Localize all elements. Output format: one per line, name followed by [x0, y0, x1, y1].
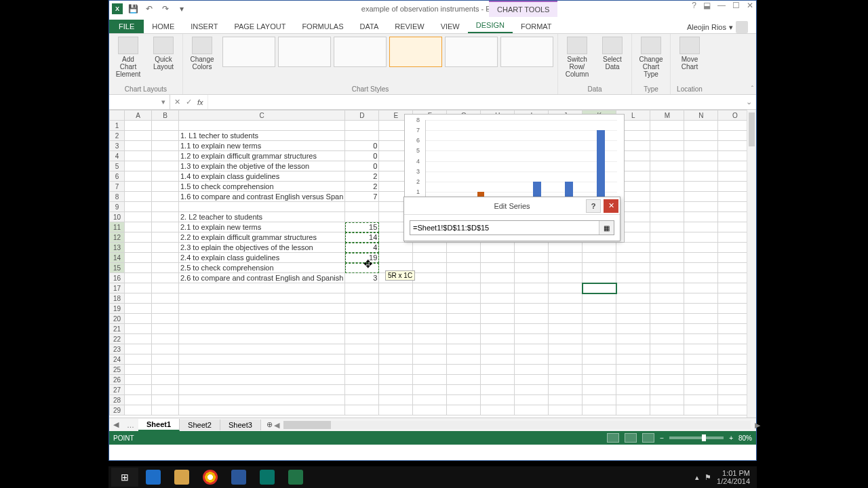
view-page-layout-icon[interactable]	[625, 433, 637, 443]
sheet-nav-prev[interactable]: ◀	[109, 420, 123, 429]
horizontal-scrollbar[interactable]: ◀▶	[283, 421, 751, 429]
cell-J21[interactable]	[549, 324, 583, 334]
cell-N16[interactable]	[684, 273, 718, 283]
tab-data[interactable]: DATA	[352, 20, 387, 33]
collapse-ribbon-icon[interactable]: ˆ	[751, 85, 753, 93]
cell-A4[interactable]	[125, 151, 152, 161]
cell-C13[interactable]: 2.3 to eplain the objectives of the less…	[179, 243, 345, 253]
cell-L14[interactable]	[616, 253, 650, 263]
cell-D25[interactable]	[345, 365, 379, 375]
taskbar-word[interactable]	[225, 468, 252, 487]
cell-A11[interactable]	[125, 222, 152, 232]
cell-N3[interactable]	[684, 141, 718, 151]
cell-H20[interactable]	[481, 314, 515, 324]
column-header-C[interactable]: C	[179, 110, 345, 121]
cell-M14[interactable]	[650, 253, 684, 263]
cell-D23[interactable]	[345, 344, 379, 354]
tab-page-layout[interactable]: PAGE LAYOUT	[226, 20, 294, 33]
cell-H16[interactable]	[481, 273, 515, 283]
cell-B6[interactable]	[152, 171, 179, 182]
cell-L24[interactable]	[616, 354, 650, 365]
cell-N1[interactable]	[684, 121, 718, 131]
cell-M15[interactable]	[650, 263, 684, 273]
row-header-23[interactable]: 23	[110, 344, 125, 354]
cell-L23[interactable]	[616, 344, 650, 354]
cell-M16[interactable]	[650, 273, 684, 283]
cell-L19[interactable]	[616, 304, 650, 314]
cell-H17[interactable]	[481, 283, 515, 293]
cell-I24[interactable]	[515, 354, 549, 365]
cell-C10[interactable]: 2. L2 teacher to students	[179, 212, 345, 222]
row-header-24[interactable]: 24	[110, 354, 125, 365]
cell-I17[interactable]	[515, 283, 549, 293]
row-header-18[interactable]: 18	[110, 293, 125, 304]
cell-F19[interactable]	[413, 304, 447, 314]
cell-G14[interactable]	[447, 253, 481, 263]
cell-N26[interactable]	[684, 375, 718, 385]
cell-M6[interactable]	[650, 171, 684, 182]
row-header-13[interactable]: 13	[110, 243, 125, 253]
cell-C28[interactable]	[179, 395, 345, 405]
cell-D17[interactable]	[345, 283, 379, 293]
name-box[interactable]: ▾	[109, 95, 170, 109]
cell-M4[interactable]	[650, 151, 684, 161]
cell-B8[interactable]	[152, 192, 179, 202]
cell-D7[interactable]: 2	[345, 182, 379, 192]
cell-C12[interactable]: 2.2 to explain difficult grammar structu…	[179, 232, 345, 243]
sheet-tab-1[interactable]: Sheet1	[138, 419, 180, 431]
cell-L13[interactable]	[616, 243, 650, 253]
cancel-formula-icon[interactable]: ✕	[174, 98, 180, 106]
series-values-input[interactable]	[410, 221, 599, 235]
cell-J13[interactable]	[549, 243, 583, 253]
cell-B9[interactable]	[152, 202, 179, 212]
cell-K24[interactable]	[583, 354, 616, 365]
cell-I18[interactable]	[515, 293, 549, 304]
cell-D18[interactable]	[345, 293, 379, 304]
cell-N29[interactable]	[684, 405, 718, 415]
cell-J17[interactable]	[549, 283, 583, 293]
cell-D26[interactable]	[345, 375, 379, 385]
cell-A20[interactable]	[125, 314, 152, 324]
cell-E28[interactable]	[379, 395, 413, 405]
cell-N17[interactable]	[684, 283, 718, 293]
cell-B29[interactable]	[152, 405, 179, 415]
cell-L26[interactable]	[616, 375, 650, 385]
taskbar-publisher[interactable]	[254, 468, 281, 487]
zoom-slider[interactable]	[669, 436, 724, 439]
tab-view[interactable]: VIEW	[433, 20, 468, 33]
cell-C24[interactable]	[179, 354, 345, 365]
row-header-19[interactable]: 19	[110, 304, 125, 314]
cell-H23[interactable]	[481, 344, 515, 354]
cell-A28[interactable]	[125, 395, 152, 405]
cell-H25[interactable]	[481, 365, 515, 375]
cell-C27[interactable]	[179, 385, 345, 395]
cell-B26[interactable]	[152, 375, 179, 385]
cell-B20[interactable]	[152, 314, 179, 324]
cell-F28[interactable]	[413, 395, 447, 405]
move-chart-button[interactable]: Move Chart	[675, 37, 705, 70]
cell-B12[interactable]	[152, 232, 179, 243]
cell-B15[interactable]	[152, 263, 179, 273]
cell-N5[interactable]	[684, 161, 718, 171]
cell-A1[interactable]	[125, 121, 152, 131]
column-header-A[interactable]: A	[125, 110, 152, 121]
cell-I23[interactable]	[515, 344, 549, 354]
cell-M11[interactable]	[650, 222, 684, 232]
cell-K20[interactable]	[583, 314, 616, 324]
cell-K16[interactable]	[583, 273, 616, 283]
qat-more-icon[interactable]: ▾	[176, 3, 188, 15]
row-header-3[interactable]: 3	[110, 141, 125, 151]
cell-I19[interactable]	[515, 304, 549, 314]
cell-M12[interactable]	[650, 232, 684, 243]
cell-A13[interactable]	[125, 243, 152, 253]
ribbon-display-icon[interactable]: ⬓	[703, 1, 711, 10]
cell-J24[interactable]	[549, 354, 583, 365]
minimize-icon[interactable]: —	[717, 1, 726, 10]
cell-A5[interactable]	[125, 161, 152, 171]
cell-N19[interactable]	[684, 304, 718, 314]
cell-B13[interactable]	[152, 243, 179, 253]
taskbar-ie[interactable]	[140, 468, 167, 487]
cell-K26[interactable]	[583, 375, 616, 385]
cell-F15[interactable]	[413, 263, 447, 273]
cell-M22[interactable]	[650, 334, 684, 344]
